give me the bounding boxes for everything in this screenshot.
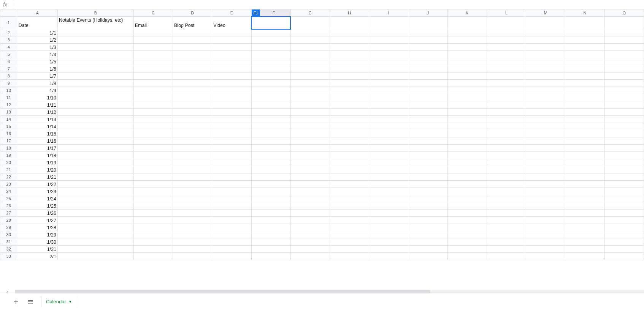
cell-O21[interactable] <box>604 166 644 173</box>
cell-I23[interactable] <box>369 181 408 188</box>
cell-K28[interactable] <box>447 217 487 224</box>
cell-O30[interactable] <box>604 231 644 238</box>
cell-G15[interactable] <box>290 123 330 130</box>
cell-A21[interactable]: 1/20 <box>17 166 58 173</box>
cell-G2[interactable] <box>290 29 330 36</box>
cell-J28[interactable] <box>408 217 447 224</box>
cell-E2[interactable] <box>212 29 251 36</box>
cell-C30[interactable] <box>133 231 173 238</box>
cell-I25[interactable] <box>369 195 408 202</box>
cell-L12[interactable] <box>487 101 526 109</box>
cell-L3[interactable] <box>487 36 526 44</box>
cell-F20[interactable] <box>251 159 290 166</box>
cell-D9[interactable] <box>173 80 212 87</box>
cell-O18[interactable] <box>604 145 644 152</box>
cell-C11[interactable] <box>133 94 173 101</box>
cell-I16[interactable] <box>369 130 408 137</box>
cell-G26[interactable] <box>290 202 330 210</box>
cell-G8[interactable] <box>290 73 330 80</box>
cell-C12[interactable] <box>133 101 173 109</box>
cell-E11[interactable] <box>212 94 251 101</box>
cell-M17[interactable] <box>526 137 565 145</box>
row-header-21[interactable]: 21 <box>0 166 17 173</box>
cell-E3[interactable] <box>212 36 251 44</box>
scroll-track[interactable] <box>15 290 644 293</box>
row-header-28[interactable]: 28 <box>0 217 17 224</box>
cell-O7[interactable] <box>604 65 644 73</box>
cell-F13[interactable] <box>251 109 290 116</box>
cell-F12[interactable] <box>251 101 290 109</box>
cell-F22[interactable] <box>251 173 290 181</box>
cell-D17[interactable] <box>173 137 212 145</box>
cell-M30[interactable] <box>526 231 565 238</box>
cell-G30[interactable] <box>290 231 330 238</box>
cell-C22[interactable] <box>133 173 173 181</box>
cell-O16[interactable] <box>604 130 644 137</box>
cell-C21[interactable] <box>133 166 173 173</box>
cell-N6[interactable] <box>565 58 604 65</box>
row-header-3[interactable]: 3 <box>0 36 17 44</box>
cell-E19[interactable] <box>212 152 251 159</box>
cell-K11[interactable] <box>447 94 487 101</box>
cell-N10[interactable] <box>565 87 604 94</box>
cell-H31[interactable] <box>330 238 369 246</box>
cell-B27[interactable] <box>57 210 133 217</box>
row-header-26[interactable]: 26 <box>0 202 17 210</box>
cell-F16[interactable] <box>251 130 290 137</box>
cell-E17[interactable] <box>212 137 251 145</box>
cell-D32[interactable] <box>173 246 212 253</box>
cell-I4[interactable] <box>369 44 408 51</box>
cell-A10[interactable]: 1/9 <box>17 87 58 94</box>
cell-O33[interactable] <box>604 253 644 260</box>
cell-E24[interactable] <box>212 188 251 195</box>
cell-D5[interactable] <box>173 51 212 58</box>
cell-M11[interactable] <box>526 94 565 101</box>
cell-N28[interactable] <box>565 217 604 224</box>
cell-M15[interactable] <box>526 123 565 130</box>
cell-J31[interactable] <box>408 238 447 246</box>
cell-F28[interactable] <box>251 217 290 224</box>
cell-O1[interactable] <box>604 17 644 29</box>
cell-O20[interactable] <box>604 159 644 166</box>
cell-M28[interactable] <box>526 217 565 224</box>
cell-B6[interactable] <box>57 58 133 65</box>
cell-C29[interactable] <box>133 224 173 231</box>
name-box[interactable]: F1 <box>252 9 260 16</box>
cell-C23[interactable] <box>133 181 173 188</box>
cell-H33[interactable] <box>330 253 369 260</box>
cell-L19[interactable] <box>487 152 526 159</box>
cell-C18[interactable] <box>133 145 173 152</box>
cell-N1[interactable] <box>565 17 604 29</box>
cell-D30[interactable] <box>173 231 212 238</box>
cell-C20[interactable] <box>133 159 173 166</box>
column-header-B[interactable]: B <box>57 9 133 17</box>
cell-M4[interactable] <box>526 44 565 51</box>
cell-H22[interactable] <box>330 173 369 181</box>
cell-N5[interactable] <box>565 51 604 58</box>
cell-G3[interactable] <box>290 36 330 44</box>
cell-G16[interactable] <box>290 130 330 137</box>
cell-H6[interactable] <box>330 58 369 65</box>
cell-E33[interactable] <box>212 253 251 260</box>
spreadsheet-grid[interactable]: ABCDEF1 FGHIJKLMNO 1DateNotable Events (… <box>0 9 644 260</box>
cell-F31[interactable] <box>251 238 290 246</box>
cell-I17[interactable] <box>369 137 408 145</box>
cell-A14[interactable]: 1/13 <box>17 116 58 123</box>
scroll-thumb[interactable] <box>15 290 430 293</box>
cell-I1[interactable] <box>369 17 408 29</box>
cell-K16[interactable] <box>447 130 487 137</box>
cell-A31[interactable]: 1/30 <box>17 238 58 246</box>
row-header-19[interactable]: 19 <box>0 152 17 159</box>
column-header-C[interactable]: C <box>133 9 173 17</box>
cell-M9[interactable] <box>526 80 565 87</box>
cell-M16[interactable] <box>526 130 565 137</box>
column-header-D[interactable]: D <box>173 9 212 17</box>
cell-C16[interactable] <box>133 130 173 137</box>
cell-O13[interactable] <box>604 109 644 116</box>
cell-H2[interactable] <box>330 29 369 36</box>
cell-H9[interactable] <box>330 80 369 87</box>
cell-K18[interactable] <box>447 145 487 152</box>
cell-L4[interactable] <box>487 44 526 51</box>
cell-J11[interactable] <box>408 94 447 101</box>
cell-N16[interactable] <box>565 130 604 137</box>
